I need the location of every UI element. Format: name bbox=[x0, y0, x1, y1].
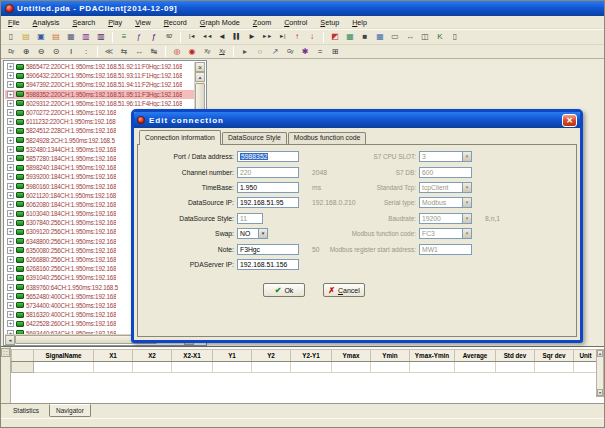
stats-cell[interactable] bbox=[535, 362, 574, 373]
expander-icon[interactable]: + bbox=[7, 311, 14, 318]
port-data-address-input[interactable]: 5988352 bbox=[237, 151, 299, 162]
rewind-icon[interactable]: ◄◄ bbox=[200, 31, 214, 44]
xy-view-icon[interactable]: Xy bbox=[200, 45, 214, 58]
notes-icon[interactable]: ▯ bbox=[448, 31, 462, 44]
stats-header-std-dev[interactable]: Std dev bbox=[496, 350, 535, 362]
stats-cell[interactable] bbox=[371, 362, 410, 373]
panel-close-icon[interactable]: × bbox=[195, 62, 205, 72]
menu-item-file[interactable]: File bbox=[8, 18, 20, 27]
expander-icon[interactable]: + bbox=[7, 284, 14, 291]
expander-icon[interactable]: + bbox=[7, 183, 14, 190]
stats-header-unit[interactable]: Unit bbox=[574, 350, 598, 362]
stats-header-rowheader[interactable] bbox=[12, 350, 34, 362]
open-project-icon[interactable]: ▤ bbox=[49, 31, 63, 44]
function-fx-icon[interactable]: ƒ bbox=[132, 31, 146, 44]
bottom-tab-navigator[interactable]: Navigator bbox=[49, 404, 91, 417]
stats-cell[interactable] bbox=[34, 362, 94, 373]
step-back-icon[interactable]: ◄ bbox=[215, 31, 229, 44]
expander-icon[interactable]: + bbox=[7, 100, 14, 107]
stats-header-y1[interactable]: Y1 bbox=[213, 350, 252, 362]
stats-cell[interactable] bbox=[252, 362, 291, 373]
fast-forward-icon[interactable]: ►► bbox=[260, 31, 274, 44]
paw-icon[interactable]: ✱ bbox=[298, 45, 312, 58]
stats-cell[interactable] bbox=[332, 362, 371, 373]
expander-icon[interactable]: + bbox=[7, 293, 14, 300]
stats-scroll-up-icon[interactable]: ▲ bbox=[597, 350, 603, 357]
stats-header-y2[interactable]: Y2 bbox=[252, 350, 291, 362]
open-file-icon[interactable]: ▤ bbox=[19, 31, 33, 44]
expander-icon[interactable]: + bbox=[7, 274, 14, 281]
expander-icon[interactable]: + bbox=[7, 228, 14, 235]
dropdown-arrow-icon[interactable]: ▼ bbox=[259, 228, 268, 239]
expander-icon[interactable]: + bbox=[7, 146, 14, 153]
tree-row[interactable]: +5947392:220CH:1.950ms:192.168.51.94:11:… bbox=[5, 80, 194, 89]
cursor-ibeam-icon[interactable]: I bbox=[64, 45, 78, 58]
expander-icon[interactable]: + bbox=[7, 137, 14, 144]
timebase-input[interactable]: 1.950 bbox=[237, 182, 299, 193]
goto-end-icon[interactable]: ►| bbox=[275, 31, 289, 44]
goto-start-icon[interactable]: |◄ bbox=[185, 31, 199, 44]
play-icon[interactable]: ► bbox=[245, 31, 259, 44]
save-file-icon[interactable]: ▣ bbox=[34, 31, 48, 44]
expander-icon[interactable]: + bbox=[7, 155, 14, 162]
dialog-close-button[interactable]: ✕ bbox=[562, 114, 577, 127]
expander-icon[interactable]: + bbox=[7, 72, 14, 79]
tab-modbus-function-code[interactable]: Modbus function code bbox=[288, 132, 367, 144]
expander-icon[interactable]: + bbox=[7, 247, 14, 254]
stats-header-x1[interactable]: X1 bbox=[94, 350, 133, 362]
zoom-area-icon[interactable]: ⊙ bbox=[49, 45, 63, 58]
cancel-button[interactable]: ✗Cancel bbox=[323, 283, 365, 297]
export-file-icon[interactable]: ▥ bbox=[79, 31, 93, 44]
stats-header-average[interactable]: Average bbox=[455, 350, 496, 362]
chart-view-icon[interactable]: ▦ bbox=[343, 31, 357, 44]
expander-icon[interactable]: + bbox=[7, 81, 14, 88]
stats-header-ymax-ymin[interactable]: Ymax-Ymin bbox=[410, 350, 455, 362]
stats-cell[interactable] bbox=[574, 362, 598, 373]
stats-cell[interactable] bbox=[410, 362, 455, 373]
new-file-icon[interactable]: ▯ bbox=[4, 31, 18, 44]
stats-cell[interactable] bbox=[133, 362, 172, 373]
stats-header-ymax[interactable]: Ymax bbox=[332, 350, 371, 362]
stats-cell[interactable] bbox=[12, 362, 34, 373]
expander-icon[interactable]: + bbox=[7, 201, 14, 208]
expander-icon[interactable]: + bbox=[7, 118, 14, 125]
menu-item-record[interactable]: Record bbox=[164, 18, 187, 27]
function-fx2-icon[interactable]: ƒ bbox=[147, 31, 161, 44]
time-window-icon[interactable]: 60' bbox=[162, 31, 176, 44]
grid-handle-icon[interactable]: ∷ bbox=[1, 348, 10, 357]
tree-row[interactable]: +5906432:220CH:1.950ms:192.168.51.93:11:… bbox=[5, 71, 194, 80]
zoom-in-icon[interactable]: ⊕ bbox=[19, 45, 33, 58]
stats-header-ymin[interactable]: Ymin bbox=[371, 350, 410, 362]
expander-icon[interactable]: + bbox=[7, 302, 14, 309]
pdaserver-ip-input[interactable]: 192.168.51.156 bbox=[237, 259, 299, 270]
swap-select[interactable]: NO bbox=[237, 228, 259, 239]
jump-up-icon[interactable]: ↑ bbox=[290, 31, 304, 44]
marker-play-icon[interactable]: ▸ bbox=[238, 45, 252, 58]
tile-windows-icon[interactable]: ⊞ bbox=[328, 45, 342, 58]
signal-tree-icon[interactable]: ≡ bbox=[117, 31, 131, 44]
expander-icon[interactable]: + bbox=[7, 238, 14, 245]
menu-item-help[interactable]: Help bbox=[352, 18, 367, 27]
tab-connection-information[interactable]: Connection information bbox=[139, 130, 221, 145]
xy-view-alt-icon[interactable]: Xy bbox=[215, 45, 229, 58]
stats-cell[interactable] bbox=[455, 362, 496, 373]
bookmark-icon[interactable]: K bbox=[433, 31, 447, 44]
stats-cell[interactable] bbox=[213, 362, 252, 373]
jump-down-icon[interactable]: ↓ bbox=[305, 31, 319, 44]
tree-row[interactable]: +5865472:220CH:1.950ms:192.168.51.92:11:… bbox=[5, 62, 194, 71]
stats-cell[interactable] bbox=[496, 362, 535, 373]
expander-icon[interactable]: + bbox=[7, 127, 14, 134]
stats-cell[interactable] bbox=[291, 362, 332, 373]
expander-icon[interactable]: + bbox=[7, 109, 14, 116]
stats-header-x2-x1[interactable]: X2-X1 bbox=[172, 350, 213, 362]
menu-item-graph-mode[interactable]: Graph Mode bbox=[200, 18, 240, 27]
shrink-x-icon[interactable]: ↹ bbox=[147, 45, 161, 58]
menu-item-view[interactable]: View bbox=[135, 18, 150, 27]
expand-x-icon[interactable]: ↔ bbox=[132, 45, 146, 58]
expander-icon[interactable]: + bbox=[7, 91, 14, 98]
page-x-icon[interactable]: ⇆ bbox=[117, 45, 131, 58]
scroll-left-icon[interactable]: ◄ bbox=[5, 335, 15, 345]
window-layout-icon[interactable]: ◫ bbox=[418, 31, 432, 44]
expander-icon[interactable]: + bbox=[7, 265, 14, 272]
panel-view-icon[interactable]: ■ bbox=[358, 31, 372, 44]
